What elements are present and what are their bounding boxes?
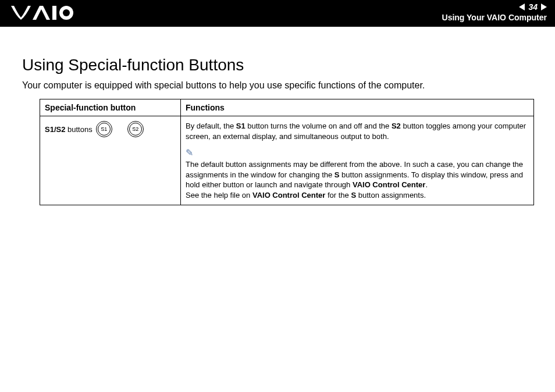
function-table: Special-function button Functions S1/S2 … [40, 99, 534, 205]
prev-page-icon[interactable] [519, 3, 525, 10]
s2-button-icon: S2 [127, 121, 144, 137]
col-header-button: Special-function button [40, 99, 181, 116]
page-header: 34 Using Your VAIO Computer [0, 0, 555, 27]
table-row: S1/S2 buttons S1 S2 By default, the S1 b… [40, 116, 534, 205]
svg-point-2 [63, 9, 70, 16]
col-header-functions: Functions [181, 99, 534, 116]
function-note-1: The default button assignments may be di… [186, 159, 529, 190]
page-content: Using Special-function Buttons Your comp… [0, 27, 555, 205]
vaio-logo [10, 3, 74, 24]
button-name-cell: S1/S2 buttons S1 S2 [45, 121, 176, 137]
page-number: 34 [528, 2, 538, 12]
button-label: S1/S2 buttons [45, 125, 92, 134]
note-icon: ✎ [186, 147, 529, 158]
function-note-2: See the help file on VAIO Control Center… [186, 190, 529, 201]
intro-text: Your computer is equipped with special b… [22, 80, 533, 91]
s1-button-icon: S1 [96, 121, 112, 137]
function-description: By default, the S1 button turns the volu… [186, 121, 529, 141]
svg-rect-0 [52, 6, 56, 20]
next-page-icon[interactable] [541, 3, 547, 10]
page-title: Using Special-function Buttons [22, 56, 533, 74]
section-title: Using Your VAIO Computer [442, 13, 547, 22]
page-nav: 34 [442, 2, 547, 12]
